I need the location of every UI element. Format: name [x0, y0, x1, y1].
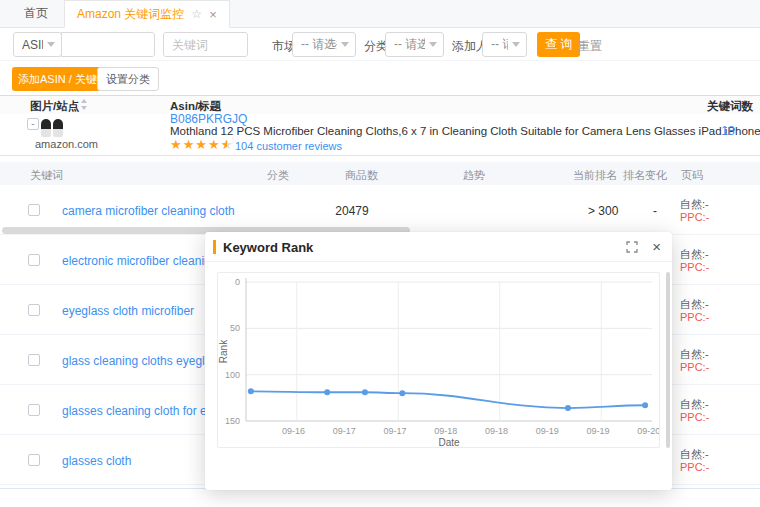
page-natural: 自然:-	[680, 398, 709, 411]
market-select[interactable]: -- 请选择 --	[292, 32, 356, 57]
y-tick-label: 50	[230, 323, 240, 333]
reset-button[interactable]: 重置	[578, 38, 602, 55]
sort-icon[interactable]	[80, 99, 88, 110]
page-cell: 自然:-PPC:-	[680, 298, 709, 323]
tab-close-icon[interactable]: ×	[209, 8, 217, 21]
page-ppc: PPC:-	[680, 211, 709, 224]
fullscreen-icon[interactable]	[626, 241, 638, 253]
col-keyword-count: 关键词数	[705, 99, 755, 114]
close-icon[interactable]: ×	[652, 237, 661, 257]
row-checkbox[interactable]	[28, 254, 40, 266]
page-ppc: PPC:-	[680, 261, 709, 274]
marketplace-site: amazon.com	[35, 138, 98, 150]
keyword-count-link[interactable]: 18	[705, 124, 751, 138]
asin-link[interactable]: B086PKRGJQ	[170, 112, 247, 126]
page-ppc: PPC:-	[680, 361, 709, 374]
keyword-link[interactable]: glasses cloth	[62, 454, 131, 468]
y-tick-label: 150	[225, 416, 240, 426]
rank-change: -	[648, 204, 662, 218]
product-title: Mothland 12 PCS Microfiber Cleaning Clot…	[170, 125, 690, 137]
keyword-link[interactable]: eyeglass cloth microfiber	[62, 304, 194, 318]
modal-header: Keyword Rank ×	[205, 232, 672, 262]
row-checkbox[interactable]	[28, 204, 40, 216]
page-natural: 自然:-	[680, 348, 709, 361]
page-cell: 自然:-PPC:-	[680, 348, 709, 373]
rank-line-chart: 05010015009-1609-1709-1709-1809-1809-190…	[218, 273, 659, 447]
tab-home[interactable]: 首页	[8, 0, 64, 27]
asin-input-wrap	[61, 32, 155, 57]
products-count: 20479	[312, 204, 392, 218]
star-icon: ★	[170, 137, 183, 152]
data-point[interactable]	[642, 402, 648, 408]
row-checkbox[interactable]	[28, 404, 40, 416]
data-point[interactable]	[362, 389, 368, 395]
keyword-link[interactable]: camera microfiber cleaning cloth	[62, 204, 235, 218]
x-tick-label: 09-17	[383, 426, 406, 436]
customer-reviews-link[interactable]: 104 customer reviews	[235, 140, 342, 152]
x-axis-title: Date	[438, 437, 460, 447]
current-rank: > 300	[588, 204, 638, 218]
collapse-row-button[interactable]: -	[27, 118, 39, 130]
x-tick-label: 09-18	[485, 426, 508, 436]
chevron-down-icon	[429, 42, 437, 47]
chevron-down-icon	[512, 42, 520, 47]
y-tick-label: 0	[235, 277, 240, 287]
kw-col-header: 分类	[267, 168, 289, 183]
tab-bar: 首页 Amazon 关键词监控 ☆ ×	[0, 0, 760, 28]
page-natural: 自然:-	[680, 298, 709, 311]
modal-title: Keyword Rank	[223, 240, 313, 255]
category-select[interactable]: -- 请选择 --	[385, 32, 444, 57]
col-image-site[interactable]: 图片/站点	[30, 99, 79, 114]
kw-col-header: 关键词	[30, 168, 63, 183]
page-ppc: PPC:-	[680, 411, 709, 424]
page-cell: 自然:-PPC:-	[680, 448, 709, 473]
keyword-rank-chart: 05010015009-1609-1709-1709-1809-1809-190…	[217, 272, 660, 448]
search-button[interactable]: 查 询	[537, 32, 580, 57]
favorite-star-icon[interactable]: ☆	[191, 1, 202, 28]
keyword-input[interactable]	[164, 33, 247, 56]
set-category-button[interactable]: 设置分类	[97, 67, 159, 91]
kw-col-header: 商品数	[345, 168, 378, 183]
page-cell: 自然:-PPC:-	[680, 198, 709, 223]
data-point[interactable]	[248, 388, 254, 394]
page-natural: 自然:-	[680, 448, 709, 461]
modal-scrollbar-thumb[interactable]	[666, 272, 670, 448]
keyword-table-header: 关键词分类商品数趋势当前排名排名变化页码	[0, 162, 760, 185]
star-rating: ★★★★★★	[170, 138, 233, 152]
keyword-input-wrap	[163, 32, 248, 57]
amazon-keyword-monitor-page: 首页 Amazon 关键词监控 ☆ × ASIN 市场 -- 请选择 -- 分类…	[0, 0, 760, 507]
chevron-down-icon	[341, 42, 349, 47]
x-tick-label: 09-19	[586, 426, 609, 436]
search-type-select[interactable]: ASIN	[13, 32, 62, 57]
star-icon: ★	[195, 137, 208, 152]
row-checkbox[interactable]	[28, 454, 40, 466]
data-point[interactable]	[565, 405, 571, 411]
creator-select[interactable]: -- 请选...	[482, 32, 527, 57]
filter-bar: ASIN 市场 -- 请选择 -- 分类 -- 请选择 -- 添加人 -- 请选…	[0, 28, 760, 61]
page-natural: 自然:-	[680, 198, 709, 211]
data-point[interactable]	[399, 390, 405, 396]
page-cell: 自然:-PPC:-	[680, 398, 709, 423]
star-icon: ★	[183, 137, 196, 152]
kw-col-header: 排名变化	[623, 168, 667, 183]
asin-input[interactable]	[62, 33, 154, 56]
page-natural: 自然:-	[680, 248, 709, 261]
row-checkbox[interactable]	[28, 354, 40, 366]
y-axis-title: Rank	[218, 339, 229, 363]
product-row: - amazon.com B086PKRGJQ Mothland 12 PCS …	[0, 114, 760, 156]
keyword-rank-modal: Keyword Rank × 05010015009-1609-1709-170…	[205, 232, 672, 490]
page-cell: 自然:-PPC:-	[680, 248, 709, 273]
kw-col-header: 当前排名	[573, 168, 617, 183]
x-tick-label: 09-19	[536, 426, 559, 436]
data-point[interactable]	[324, 389, 330, 395]
row-checkbox[interactable]	[28, 304, 40, 316]
x-tick-label: 09-16	[282, 426, 305, 436]
chevron-down-icon	[47, 42, 55, 47]
kw-col-header: 趋势	[463, 168, 485, 183]
x-tick-label: 09-20	[637, 426, 659, 436]
rank-series-line	[251, 391, 645, 408]
product-table-header: 图片/站点 Asin/标题 关键词数	[0, 95, 760, 114]
product-image	[41, 115, 67, 137]
kw-col-header: 页码	[681, 168, 703, 183]
tab-amazon-keyword-monitor[interactable]: Amazon 关键词监控 ☆ ×	[64, 0, 230, 28]
